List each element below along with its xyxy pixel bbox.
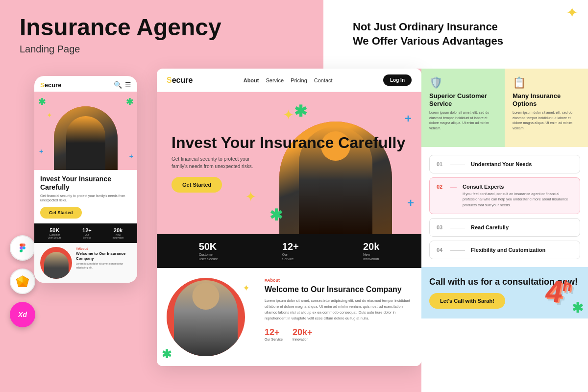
nav-about[interactable]: About [244, 77, 259, 83]
mobile-stat-innovation-label: NewInnovation [113, 233, 124, 239]
desktop-about-title: Welcome to Our Insurance Company [265, 285, 412, 294]
step-consult[interactable]: 02 Consult Experts If you feel confused,… [429, 177, 580, 214]
desktop-about-stat-innovation-label: Innovation [293, 338, 313, 341]
desktop-about-image-container: ✱ ✦ [167, 278, 255, 356]
desktop-hero-text: Invest Your Insurance Carefully Get fina… [172, 134, 407, 193]
step-num-4: 04 [437, 247, 444, 253]
step-divider-1 [450, 165, 465, 165]
desktop-star-left: ✦ [245, 189, 256, 205]
card-many-options-title: Many Insurance Options [513, 92, 580, 107]
desktop-stat-customers: 50K CustomerUser Secure [199, 241, 218, 261]
cards-row: 🛡️ Superior Customer Service Lorem ipsum… [421, 69, 588, 147]
step-title-1: Understand Your Needs [471, 161, 532, 167]
mobile-stats-bar: 50K CustomerUser Secure 12+ OurService 2… [34, 223, 137, 243]
desktop-stat-service-num: 12+ [282, 241, 299, 252]
card-superior-service: 🛡️ Superior Customer Service Lorem ipsum… [421, 69, 505, 147]
mobile-hero-section: ✱ ✱ + + ✦ [34, 92, 137, 170]
mobile-nav-icons: 🔍 ☰ [114, 81, 131, 89]
cta-asterisk-icon: ✱ [572, 300, 583, 316]
step-title-4: Flexibility and Customization [471, 247, 545, 253]
mobile-plus-right: + [129, 152, 133, 160]
step-divider-2 [450, 187, 457, 188]
desktop-about-stat-innovation: 20k+ Innovation [293, 327, 313, 341]
page-title: Insurance Agency [20, 15, 304, 41]
nav-contact[interactable]: Contact [314, 77, 333, 83]
right-panel: 🛡️ Superior Customer Service Lorem ipsum… [421, 69, 588, 392]
step-text-2: If you feel confused, consult an insuran… [463, 191, 573, 208]
desktop-stat-service-label: OurService [282, 252, 299, 261]
cta-button[interactable]: Let's Call with Sarah! [429, 293, 505, 309]
desktop-about-stat-service-num: 12+ [265, 327, 283, 338]
desktop-about-body: Lorem ipsum dolor sit amet, consectetur … [265, 298, 412, 321]
desktop-mockup: Secure About Service Pricing Contact Log… [157, 69, 421, 366]
desktop-plus-bottom: + [407, 196, 414, 210]
step-flexibility[interactable]: 04 Flexibility and Customization [429, 241, 580, 259]
desktop-stat-innovation-label: NewInnovation [363, 252, 379, 261]
desktop-asterisk-bottom: ✱ [270, 206, 283, 224]
desktop-stat-customers-num: 50K [199, 241, 218, 252]
card-superior-title: Superior Customer Service [429, 92, 497, 107]
mobile-hero-title: Invest Your Insurance Carefully [40, 175, 131, 192]
desktop-stat-innovation-num: 20k [363, 241, 379, 252]
mobile-logo: Secure [40, 81, 61, 89]
desktop-stat-service: 12+ OurService [282, 241, 299, 261]
about-star: ✦ [243, 283, 250, 294]
design-tools-list: Xd [10, 235, 35, 327]
step-num-2: 02 [437, 184, 444, 190]
not-ordinary-line1: Not Just Ordinary Insurance [353, 20, 573, 34]
card-many-options: 📋 Many Insurance Options Lorem ipsum dol… [505, 69, 588, 147]
mobile-stat-service-label: OurService [82, 233, 92, 239]
desktop-hero-title: Invest Your Insurance Carefully [172, 134, 407, 152]
mobile-cta-button[interactable]: Get Started [40, 207, 82, 219]
menu-icon: ☰ [125, 81, 131, 89]
mobile-plus-left: + [39, 147, 43, 155]
mobile-star-left: ✦ [47, 111, 52, 119]
desktop-nav: Secure About Service Pricing Contact Log… [157, 69, 421, 92]
mobile-mockup: Secure 🔍 ☰ ✱ ✱ + + ✦ Invest Your Insuran… [34, 76, 137, 283]
mobile-stat-customers-num: 50K [48, 227, 61, 233]
mobile-stat-innovation: 20k NewInnovation [113, 227, 124, 239]
page-header: Insurance Agency Landing Page [0, 0, 323, 69]
desktop-hero-subtitle: Get financial security to protect your f… [172, 155, 260, 170]
mobile-nav: Secure 🔍 ☰ [34, 76, 137, 92]
nav-pricing[interactable]: Pricing [291, 77, 307, 83]
mobile-hero-circle [54, 106, 118, 170]
step-read[interactable]: 03 Read Carefully [429, 218, 580, 237]
not-ordinary-line2: We Offer Various Advantages [353, 34, 573, 49]
mobile-asterisk-left: ✱ [38, 97, 46, 107]
step-understand[interactable]: 01 Understand Your Needs [429, 155, 580, 173]
desktop-stat-customers-label: CustomerUser Secure [199, 252, 218, 261]
mobile-stat-service-num: 12+ [82, 227, 92, 233]
mobile-stat-innovation-num: 20k [113, 227, 124, 233]
desktop-about-stat-service: 12+ Our Service [265, 327, 283, 341]
mobile-stat-customers-label: CustomerUser Secure [48, 233, 61, 239]
desktop-stats-bar: 50K CustomerUser Secure 12+ OurService 2… [157, 234, 421, 268]
mobile-about-image [40, 247, 72, 279]
desktop-asterisk-top: ✱ [294, 102, 307, 121]
not-ordinary-text: Not Just Ordinary Insurance We Offer Var… [353, 20, 573, 48]
desktop-stat-innovation: 20k NewInnovation [363, 241, 379, 261]
desktop-about-stat-innovation-num: 20k+ [293, 327, 313, 338]
desktop-plus-top: + [405, 112, 412, 125]
steps-list: 01 Understand Your Needs 02 Consult Expe… [421, 147, 588, 267]
page-subtitle: Landing Page [20, 44, 304, 55]
cta-3d-number: 4h [546, 274, 572, 309]
desktop-hero: Invest Your Insurance Carefully Get fina… [157, 92, 421, 234]
desktop-about-stat-service-label: Our Service [265, 338, 283, 341]
step-content-2: Consult Experts If you feel confused, co… [463, 184, 573, 208]
step-content-1: Understand Your Needs [471, 161, 532, 167]
step-divider-3 [450, 228, 465, 228]
search-icon: 🔍 [114, 81, 122, 89]
step-content-4: Flexibility and Customization [471, 247, 545, 253]
about-asterisk: ✱ [162, 347, 172, 361]
mobile-stat-customers: 50K CustomerUser Secure [48, 227, 61, 239]
card-superior-text: Lorem ipsum dolor sit amet, elit, sed do… [429, 110, 497, 131]
step-num-1: 01 [437, 161, 444, 167]
figma-icon [10, 235, 35, 261]
login-button[interactable]: Log In [383, 74, 412, 86]
shield-icon: 🛡️ [429, 76, 497, 89]
nav-service[interactable]: Service [266, 77, 284, 83]
desktop-cta-button[interactable]: Get Started [172, 177, 222, 193]
sketch-icon [10, 269, 35, 294]
desktop-about-text: #About Welcome to Our Insurance Company … [265, 278, 412, 356]
